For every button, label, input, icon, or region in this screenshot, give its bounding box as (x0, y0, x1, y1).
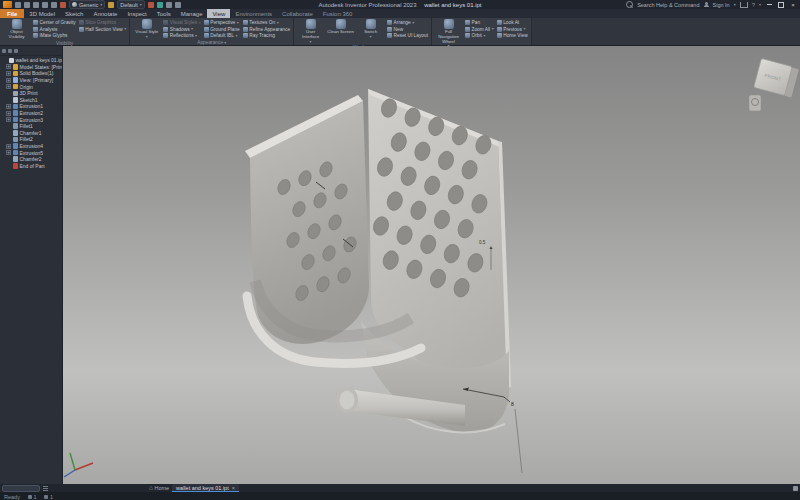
ribbon-item-zoom-all[interactable]: Zoom All▾ (465, 27, 494, 33)
ribbon-item-arrange[interactable]: Arrange▾ (387, 20, 428, 26)
view-cube[interactable]: FRONT (754, 58, 799, 97)
navigation-bar[interactable] (749, 95, 761, 111)
ribbon-item-previous[interactable]: Previous▾ (497, 27, 528, 33)
expander-icon: + (6, 150, 11, 155)
browser-filter-icon[interactable] (2, 49, 6, 53)
menu-tab-inspect[interactable]: Inspect (122, 9, 151, 18)
home-tab[interactable]: ⌂ Home (149, 485, 169, 491)
ribbon-item-textures-on[interactable]: Textures On▾ (243, 20, 290, 26)
open-file-icon[interactable] (24, 2, 30, 8)
origin-triad (64, 453, 93, 477)
tree-item-extrusion2[interactable]: +Extrusion2 (0, 110, 62, 117)
extrusion-icon (13, 110, 19, 116)
ribbon-item-imate-glyphs[interactable]: iMate Glyphs (33, 33, 76, 39)
viewport-canvas[interactable]: 0.5 8 FRONT (63, 46, 800, 484)
close-tab-icon[interactable]: × (232, 485, 235, 491)
ribbon-item-pan[interactable]: Pan (465, 20, 494, 26)
menu-tab-file[interactable]: File (0, 9, 24, 18)
ribbon-button-clean-screen[interactable]: Clean Screen (327, 19, 354, 44)
redo-icon[interactable] (51, 2, 57, 8)
save-icon[interactable] (33, 2, 39, 8)
tree-item-extrusion3[interactable]: +Extrusion3 (0, 116, 62, 123)
undo-icon[interactable] (42, 2, 48, 8)
search-help-label[interactable]: Search Help & Command (637, 2, 699, 8)
tree-item-fillet1[interactable]: Fillet1 (0, 123, 62, 130)
close-button[interactable]: × (789, 1, 797, 9)
ribbon-item-orbit[interactable]: Orbit▾ (465, 33, 494, 39)
document-tab-active[interactable]: wallet and keys 01.ipt × (172, 484, 239, 492)
ribbon-button-full-navigation-wheel[interactable]: Full Navigation Wheel▾ (435, 19, 462, 48)
chevron-down-icon[interactable]: ▾ (734, 3, 736, 7)
tree-item-wallet-and-keys-01-ipt[interactable]: wallet and keys 01.ipt (0, 57, 62, 64)
help-icon[interactable]: ? (752, 2, 755, 8)
inventor-logo-icon[interactable] (3, 1, 12, 8)
store-cart-icon[interactable] (740, 2, 748, 8)
ribbon-item-half-section-view[interactable]: Half Section View▾ (79, 27, 127, 33)
ribbon-item-new[interactable]: New (387, 27, 428, 33)
menu-tab-environments[interactable]: Environments (230, 9, 277, 18)
parameters-icon[interactable] (166, 2, 172, 8)
tree-item-view-primary[interactable]: +View: [Primary] (0, 77, 62, 84)
ribbon-button-object-visibility[interactable]: Object Visibility (3, 19, 30, 40)
imate-glyphs-icon (33, 33, 38, 38)
material-dropdown[interactable]: Generic ▾ (69, 0, 105, 9)
menu-tab-sketch[interactable]: Sketch (60, 9, 88, 18)
chevron-down-icon[interactable]: ▾ (759, 3, 761, 7)
new-file-icon[interactable] (15, 2, 21, 8)
menu-tab-tools[interactable]: Tools (152, 9, 176, 18)
panel-grip-icon[interactable] (793, 486, 798, 491)
menu-tab-annotate[interactable]: Annotate (88, 9, 122, 18)
appearance-swatch-icon[interactable] (108, 2, 114, 8)
ribbon-group-appearance: Visual Style▾Visual Styles▾Shadows▾Refle… (130, 18, 294, 45)
ribbon-item-refine-appearance[interactable]: Refine Appearance (243, 27, 290, 33)
menu-tab-collaborate[interactable]: Collaborate (277, 9, 318, 18)
new-window-icon (387, 27, 392, 32)
tree-item-model-states-primary[interactable]: +Model States: [Primary] (0, 64, 62, 71)
ribbon-item-reset-ui-layout[interactable]: Reset UI Layout (387, 33, 428, 39)
tree-item-solid-bodies-1[interactable]: +Solid Bodies(1) (0, 70, 62, 77)
layer-icon[interactable] (157, 2, 163, 8)
tree-item-3d-print[interactable]: 3D Print (0, 90, 62, 97)
ribbon-button-visual-style[interactable]: Visual Style▾ (133, 19, 160, 39)
tree-item-end-of-part[interactable]: End of Part (0, 163, 62, 170)
search-icon[interactable] (626, 1, 633, 8)
update-icon[interactable] (60, 2, 66, 8)
ribbon-item-center-of-gravity[interactable]: Center of Gravity (33, 20, 76, 26)
ribbon-item-shadows[interactable]: Shadows▾ (163, 27, 200, 33)
ribbon-button-switch[interactable]: Switch▾ (357, 19, 384, 44)
measure-icon[interactable] (175, 2, 181, 8)
sign-in-button[interactable]: Sign In (713, 2, 730, 8)
minimize-button[interactable] (765, 1, 773, 9)
ribbon-item-home-view[interactable]: Home View (497, 33, 528, 39)
viewport[interactable]: 0.5 8 FRONT (63, 46, 800, 484)
ribbon-item-look-at[interactable]: Look At (497, 20, 528, 26)
reset-ui-layout-icon (387, 33, 392, 38)
ribbon-item-perspective[interactable]: Perspective▾ (204, 20, 240, 26)
browser-filter-input[interactable] (2, 485, 40, 492)
menu-tab-fusion-360[interactable]: Fusion 360 (318, 9, 358, 18)
tree-item-chamfer2[interactable]: Chamfer2 (0, 156, 62, 163)
menu-tab-manage[interactable]: Manage (176, 9, 208, 18)
ribbon-button-user-interface[interactable]: User Interface▾ (297, 19, 324, 44)
tree-item-origin[interactable]: +Origin (0, 83, 62, 90)
browser-pin-icon[interactable] (8, 49, 12, 53)
restore-button[interactable] (777, 1, 785, 9)
navigation-wheel-button[interactable] (749, 95, 761, 111)
tree-indent (6, 130, 11, 135)
appearance-dropdown[interactable]: Default ▾ (117, 0, 144, 9)
ribbon-group-navigate: Full Navigation Wheel▾PanZoom All▾Orbit▾… (432, 18, 532, 45)
tree-item-extrusion4[interactable]: +Extrusion4 (0, 143, 62, 150)
menu-tab-view[interactable]: View (207, 9, 230, 18)
color-override-icon[interactable] (148, 2, 154, 8)
ribbon-item-analysis[interactable]: Analysis (33, 27, 76, 33)
tree-item-extrusion1[interactable]: +Extrusion1 (0, 103, 62, 110)
tab-list-icon[interactable] (43, 486, 48, 491)
browser-settings-icon[interactable] (14, 49, 18, 53)
tree-item-chamfer1[interactable]: Chamfer1 (0, 130, 62, 137)
menu-tab-3d-model[interactable]: 3D Model (24, 9, 60, 18)
tree-item-sketch1[interactable]: Sketch1 (0, 97, 62, 104)
ribbon-item-ground-plane[interactable]: Ground Plane (204, 27, 240, 33)
tree-item-extrusion5[interactable]: +Extrusion5 (0, 149, 62, 156)
tree-item-fillet2[interactable]: Fillet2 (0, 136, 62, 143)
ribbon: Object VisibilityCenter of GravityAnalys… (0, 18, 800, 46)
